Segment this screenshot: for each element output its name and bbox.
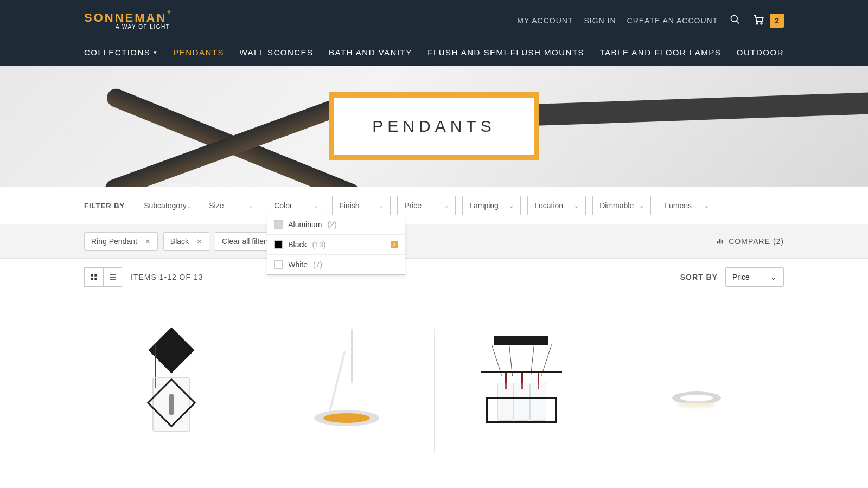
my-account-link[interactable]: MY ACCOUNT <box>517 16 573 25</box>
item-count: ITEMS 1-12 OF 13 <box>131 273 203 281</box>
product-card[interactable] <box>609 329 784 453</box>
nav-wall-sconces[interactable]: WALL SCONCES <box>240 48 314 57</box>
chevron-down-icon: ⌄ <box>444 202 449 209</box>
checkbox-icon[interactable] <box>391 261 398 268</box>
svg-point-0 <box>731 15 738 22</box>
svg-rect-7 <box>91 274 93 277</box>
svg-rect-5 <box>719 239 721 243</box>
product-card[interactable] <box>84 329 259 453</box>
trademark-icon: ® <box>167 10 172 15</box>
hero-title-box: PENDANTS <box>329 92 539 160</box>
svg-rect-9 <box>91 278 93 280</box>
chevron-down-icon: ⌄ <box>639 202 644 209</box>
nav-flush-mounts[interactable]: FLUSH AND SEMI-FLUSH MOUNTS <box>427 48 584 57</box>
nav-table-floor-lamps[interactable]: TABLE AND FLOOR LAMPS <box>600 48 722 57</box>
chevron-down-icon: ⌄ <box>509 202 514 209</box>
sort-select[interactable]: Price⌄ <box>725 267 784 287</box>
sort-by-label: SORT BY <box>680 273 718 281</box>
svg-rect-6 <box>722 240 723 243</box>
nav-bath-vanity[interactable]: BATH AND VANITY <box>329 48 412 57</box>
filter-dimmable[interactable]: Dimmable⌄ <box>592 196 651 215</box>
chevron-down-icon: ⌄ <box>574 202 579 209</box>
svg-rect-4 <box>717 241 719 243</box>
svg-line-1 <box>737 21 739 23</box>
chevron-down-icon: ▾ <box>154 49 158 56</box>
brand-logo[interactable]: SONNEMAN® A WAY OF LIGHT <box>84 11 170 30</box>
product-image <box>117 329 226 432</box>
search-icon[interactable] <box>730 14 741 27</box>
site-header: SONNEMAN® A WAY OF LIGHT MY ACCOUNT SIGN… <box>0 0 868 66</box>
filter-size[interactable]: Size⌄ <box>202 196 260 215</box>
svg-rect-10 <box>94 278 97 280</box>
active-filter-black[interactable]: Black✕ <box>163 232 209 251</box>
filter-bar: FILTER BY Subcategory⌄ Size⌄ Color⌄ Alum… <box>84 187 784 224</box>
product-image <box>292 329 401 432</box>
nav-collections[interactable]: COLLECTIONS▾ <box>84 48 158 57</box>
close-icon[interactable]: ✕ <box>145 237 151 246</box>
chevron-down-icon: ⌄ <box>248 202 253 209</box>
color-swatch-icon <box>274 260 283 269</box>
checkbox-icon[interactable] <box>391 221 398 228</box>
svg-point-3 <box>761 22 762 24</box>
svg-rect-8 <box>94 274 97 277</box>
chevron-down-icon: ⌄ <box>379 202 384 209</box>
brand-name: SONNEMAN <box>84 11 167 24</box>
product-image <box>642 329 751 432</box>
nav-outdoor[interactable]: OUTDOOR <box>737 48 784 57</box>
main-nav: COLLECTIONS▾ PENDANTS WALL SCONCES BATH … <box>84 40 784 66</box>
filter-location[interactable]: Location⌄ <box>527 196 586 215</box>
chevron-down-icon: ⌄ <box>187 202 192 209</box>
list-view-button[interactable] <box>103 268 122 286</box>
svg-rect-12 <box>110 277 116 278</box>
hero-banner: PENDANTS <box>0 66 868 187</box>
chevron-down-icon: ⌄ <box>770 273 777 281</box>
cart-count-badge: 2 <box>770 14 784 28</box>
product-grid <box>84 296 784 453</box>
color-option-white[interactable]: White (7) <box>267 255 405 274</box>
cart-icon <box>752 14 764 28</box>
listing-toolbar: ITEMS 1-12 OF 13 SORT BY Price⌄ <box>84 259 784 296</box>
active-filters-strip: Ring Pendant✕ Black✕ Clear all filters✕ … <box>0 224 868 259</box>
filter-lumens[interactable]: Lumens⌄ <box>658 196 716 215</box>
color-dropdown-panel: Aluminum (2) Black (13) White (7) <box>267 215 405 275</box>
filter-color[interactable]: Color⌄ Aluminum (2) Black (13) White (7) <box>267 196 326 215</box>
color-swatch-icon <box>274 220 283 229</box>
view-toggle <box>84 267 122 287</box>
sign-in-link[interactable]: SIGN IN <box>584 16 616 25</box>
cart-button[interactable]: 2 <box>752 14 784 28</box>
color-option-aluminum[interactable]: Aluminum (2) <box>267 215 405 235</box>
filter-subcategory[interactable]: Subcategory⌄ <box>137 196 195 215</box>
grid-view-button[interactable] <box>85 268 103 286</box>
color-option-black[interactable]: Black (13) <box>267 235 405 255</box>
filter-lamping[interactable]: Lamping⌄ <box>462 196 521 215</box>
svg-rect-13 <box>110 279 116 280</box>
checkbox-checked-icon[interactable] <box>391 241 398 248</box>
product-image <box>467 329 576 432</box>
filter-by-label: FILTER BY <box>84 202 125 210</box>
chevron-down-icon: ⌄ <box>704 202 709 209</box>
close-icon[interactable]: ✕ <box>196 237 202 246</box>
chevron-down-icon: ⌄ <box>314 202 318 209</box>
compare-icon <box>716 236 724 247</box>
active-filter-ring-pendant[interactable]: Ring Pendant✕ <box>84 232 158 251</box>
svg-rect-11 <box>110 274 116 275</box>
nav-pendants[interactable]: PENDANTS <box>173 48 224 57</box>
svg-point-2 <box>756 22 758 24</box>
filter-finish[interactable]: Finish⌄ <box>332 196 391 215</box>
hero-decoration <box>488 91 868 127</box>
create-account-link[interactable]: CREATE AN ACCOUNT <box>627 16 718 25</box>
filter-price[interactable]: Price⌄ <box>397 196 456 215</box>
product-card[interactable] <box>259 329 435 453</box>
color-swatch-icon <box>274 240 283 249</box>
compare-link[interactable]: COMPARE (2) <box>716 236 784 247</box>
product-card[interactable] <box>435 329 610 453</box>
page-title: PENDANTS <box>372 117 495 136</box>
